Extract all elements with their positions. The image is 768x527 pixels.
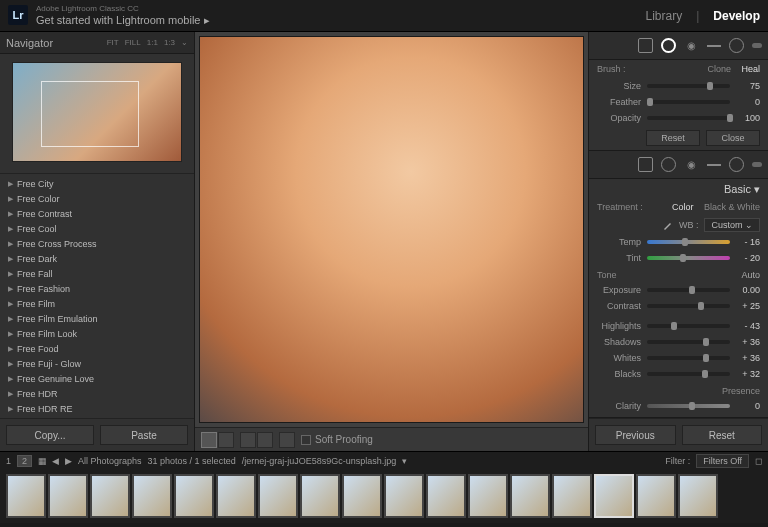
redeye-tool-icon[interactable]: ◉ [684,157,699,172]
filmstrip-thumb[interactable] [90,474,130,518]
spot-removal-tool-icon[interactable] [661,157,676,172]
status-bar: 1 2 ▦ ◀ ▶ All Photographs 31 photos / 1 … [0,451,768,469]
next-image-icon[interactable]: ▶ [65,456,72,466]
auto-tone-button[interactable]: Auto [741,270,760,280]
before-after-tb-icon[interactable] [257,432,273,448]
blacks-slider[interactable] [647,372,730,376]
chevron-down-icon[interactable]: ▾ [402,456,407,466]
before-after-lr-icon[interactable] [240,432,256,448]
treatment-bw[interactable]: Black & White [704,202,760,212]
filmstrip-thumb[interactable] [174,474,214,518]
navigator-header[interactable]: Navigator FIT FILL 1:1 1:3 ⌄ [0,32,194,54]
preset-folder[interactable]: ▶Free Cross Process [0,236,194,251]
filmstrip-thumb[interactable] [6,474,46,518]
temp-slider[interactable] [647,240,730,244]
filmstrip-thumb[interactable] [678,474,718,518]
clarity-slider[interactable] [647,404,730,408]
module-library[interactable]: Library [646,9,683,23]
crop-tool-icon[interactable] [638,38,653,53]
feather-slider[interactable] [647,100,730,104]
preset-folder[interactable]: ▶Free Film Emulation [0,311,194,326]
graduated-filter-icon[interactable] [707,45,721,47]
filter-lock-icon[interactable]: ◻ [755,456,762,466]
soft-proofing-checkbox[interactable] [301,435,311,445]
basic-panel-header[interactable]: Basic ▾ [589,179,768,200]
preset-folder[interactable]: ▶Free HDR RE [0,401,194,416]
tint-slider[interactable] [647,256,730,260]
preset-folder[interactable]: ▶Free Film [0,296,194,311]
compare-view-icon[interactable] [218,432,234,448]
whites-slider[interactable] [647,356,730,360]
filmstrip-thumb[interactable] [636,474,676,518]
brush-reset-button[interactable]: Reset [646,130,700,146]
filmstrip-thumb[interactable] [594,474,634,518]
copy-button[interactable]: Copy... [6,425,94,445]
preset-folder[interactable]: ▶Free Fashion [0,281,194,296]
navigator-preview[interactable] [0,54,194,169]
spot-removal-tool-icon[interactable] [661,38,676,53]
preset-folder[interactable]: ▶Free Food [0,341,194,356]
nav-1to1[interactable]: 1:1 [147,38,158,47]
filmstrip-thumb[interactable] [132,474,172,518]
preset-folder[interactable]: ▶Free HDR [0,386,194,401]
white-balance-picker-icon[interactable] [663,220,673,230]
preset-list: ▶Free City ▶Free Color ▶Free Contrast ▶F… [0,173,194,418]
wb-select[interactable]: Custom ⌄ [704,218,760,232]
treatment-color[interactable]: Color [672,202,694,212]
shadows-slider[interactable] [647,340,730,344]
filmstrip-thumb[interactable] [48,474,88,518]
opacity-slider[interactable] [647,116,730,120]
preset-folder[interactable]: ▶Free Color [0,191,194,206]
canvas-toolbar: Soft Proofing [195,427,588,451]
prev-image-icon[interactable]: ◀ [52,456,59,466]
filmstrip-thumb[interactable] [510,474,550,518]
contrast-slider[interactable] [647,304,730,308]
filmstrip-thumb[interactable] [468,474,508,518]
module-develop[interactable]: Develop [713,9,760,23]
loupe-view-icon[interactable] [201,432,217,448]
source-label[interactable]: All Photographs [78,456,142,466]
panel-toggle[interactable] [752,43,762,48]
brush-heal-tab[interactable]: Heal [741,64,760,74]
filmstrip[interactable] [0,469,768,523]
filmstrip-thumb[interactable] [426,474,466,518]
brush-close-button[interactable]: Close [706,130,760,146]
preset-folder[interactable]: ▶Free Contrast [0,206,194,221]
grid-view-icon[interactable]: ▦ [38,456,46,466]
crop-tool-icon[interactable] [638,157,653,172]
chevron-down-icon[interactable]: ⌄ [181,38,188,47]
swap-icon[interactable] [279,432,295,448]
filmstrip-thumb[interactable] [552,474,592,518]
filmstrip-thumb[interactable] [258,474,298,518]
secondary-display[interactable]: 2 [17,455,32,467]
redeye-tool-icon[interactable]: ◉ [684,38,699,53]
size-slider[interactable] [647,84,730,88]
preset-folder[interactable]: ▶Free Fuji - Glow [0,356,194,371]
preset-folder[interactable]: ▶Free Fall [0,266,194,281]
radial-filter-icon[interactable] [729,157,744,172]
preset-folder[interactable]: ▶Free Film Look [0,326,194,341]
filmstrip-thumb[interactable] [384,474,424,518]
filmstrip-thumb[interactable] [216,474,256,518]
brush-clone-tab[interactable]: Clone [707,64,731,74]
nav-fit[interactable]: FIT [107,38,119,47]
graduated-filter-icon[interactable] [707,164,721,166]
previous-button[interactable]: Previous [595,425,676,445]
preset-folder[interactable]: ▶Free Genuine Love [0,371,194,386]
panel-toggle[interactable] [752,162,762,167]
reset-button[interactable]: Reset [682,425,763,445]
highlights-slider[interactable] [647,324,730,328]
filmstrip-thumb[interactable] [300,474,340,518]
paste-button[interactable]: Paste [100,425,188,445]
preset-folder[interactable]: ▶Free Cool [0,221,194,236]
filter-select[interactable]: Filters Off [696,454,749,468]
nav-ratio[interactable]: 1:3 [164,38,175,47]
preset-folder[interactable]: ▶Free Dark [0,251,194,266]
radial-filter-icon[interactable] [729,38,744,53]
nav-fill[interactable]: FILL [125,38,141,47]
mobile-link[interactable]: Get started with Lightroom mobile ▸ [36,14,210,26]
preset-folder[interactable]: ▶Free City [0,176,194,191]
exposure-slider[interactable] [647,288,730,292]
main-image[interactable] [199,36,584,423]
filmstrip-thumb[interactable] [342,474,382,518]
